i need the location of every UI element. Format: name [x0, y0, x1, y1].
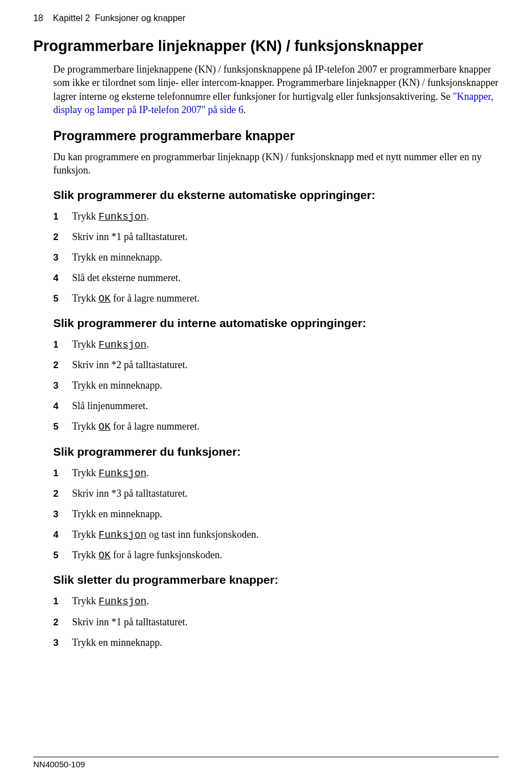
heading-3: Slik sletter du programmerbare knapper: [53, 573, 499, 587]
step-text: Trykk Funksjon. [72, 338, 149, 351]
step-list: 1Trykk Funksjon.2Skriv inn *3 på talltas… [53, 466, 499, 563]
step-number: 1 [53, 211, 72, 223]
step-number: 3 [53, 637, 72, 650]
chapter-title: Funksjoner og knapper [95, 13, 186, 23]
list-item: 4Trykk Funksjon og tast inn funksjonskod… [53, 528, 499, 542]
heading-1: Programmerbare linjeknapper (KN) / funks… [33, 38, 499, 55]
step-text: Trykk en minneknapp. [72, 379, 162, 392]
list-item: 4Slå det eksterne nummeret. [53, 271, 499, 285]
step-text: Skriv inn *1 på talltastaturet. [72, 615, 187, 629]
step-number: 4 [53, 272, 72, 285]
step-text: Slå det eksterne nummeret. [72, 271, 181, 284]
step-number: 2 [53, 488, 72, 501]
heading-2: Programmere programmerbare knapper [53, 129, 499, 144]
list-item: 2Skriv inn *1 på talltastaturet. [53, 615, 499, 629]
heading-3: Slik programmerer du eksterne automatisk… [53, 188, 499, 202]
step-text: Trykk Funksjon. [72, 466, 149, 480]
list-item: 2Skriv inn *1 på talltastaturet. [53, 230, 499, 244]
step-number: 3 [53, 252, 72, 264]
list-item: 3Trykk en minneknapp. [53, 507, 499, 521]
list-item: 1Trykk Funksjon. [53, 466, 499, 480]
intro-text-2: . [243, 104, 246, 115]
step-number: 1 [53, 467, 72, 480]
step-text: Trykk en minneknapp. [72, 507, 162, 521]
softkey-label: Funksjon [99, 596, 146, 607]
step-number: 4 [53, 529, 72, 542]
list-item: 2Skriv inn *2 på talltastaturet. [53, 358, 499, 372]
list-item: 5Trykk OK for å lagre nummeret. [53, 292, 499, 305]
softkey-label: OK [99, 550, 111, 561]
list-item: 1Trykk Funksjon. [53, 210, 499, 223]
step-list: 1Trykk Funksjon.2Skriv inn *1 på talltas… [53, 594, 499, 649]
step-number: 5 [53, 421, 72, 434]
step-text: Trykk en minneknapp. [72, 251, 162, 264]
list-item: 5Trykk OK for å lagre funksjonskoden. [53, 548, 499, 562]
step-number: 4 [53, 400, 72, 413]
softkey-label: Funksjon [99, 468, 146, 479]
page-footer: NN40050-109 [33, 757, 499, 769]
subsection-paragraph: Du kan programmere en programmerbar linj… [53, 150, 499, 177]
list-item: 3Trykk en minneknapp. [53, 251, 499, 264]
softkey-label: OK [99, 421, 111, 432]
step-list: 1Trykk Funksjon.2Skriv inn *1 på talltas… [53, 210, 499, 305]
chapter-label: Kapittel 2 [53, 13, 90, 23]
step-number: 1 [53, 339, 72, 351]
page-number: 18 [33, 13, 43, 23]
softkey-label: Funksjon [99, 529, 146, 541]
step-text: Trykk OK for å lagre nummeret. [72, 292, 200, 305]
intro-paragraph: De programmerbare linjeknappene (KN) / f… [53, 63, 499, 116]
step-text: Trykk Funksjon. [72, 594, 149, 608]
heading-3: Slik programmerer du funksjoner: [53, 445, 499, 458]
list-item: 3Trykk en minneknapp. [53, 636, 499, 650]
list-item: 3Trykk en minneknapp. [53, 379, 499, 392]
list-item: 1Trykk Funksjon. [53, 594, 499, 608]
step-number: 2 [53, 231, 72, 244]
softkey-label: Funksjon [99, 339, 146, 350]
step-number: 2 [53, 616, 72, 629]
list-item: 1Trykk Funksjon. [53, 338, 499, 351]
step-text: Trykk Funksjon og tast inn funksjonskode… [72, 528, 259, 542]
step-text: Trykk OK for å lagre nummeret. [72, 420, 200, 434]
step-text: Skriv inn *1 på talltastaturet. [72, 230, 187, 243]
step-text: Skriv inn *3 på talltastaturet. [72, 487, 187, 500]
step-number: 2 [53, 359, 72, 372]
sections-container: Slik programmerer du eksterne automatisk… [33, 188, 499, 650]
step-text: Trykk Funksjon. [72, 210, 149, 223]
step-list: 1Trykk Funksjon.2Skriv inn *2 på talltas… [53, 338, 499, 434]
list-item: 5Trykk OK for å lagre nummeret. [53, 420, 499, 434]
list-item: 2Skriv inn *3 på talltastaturet. [53, 487, 499, 501]
list-item: 4Slå linjenummeret. [53, 399, 499, 413]
step-number: 1 [53, 595, 72, 608]
softkey-label: Funksjon [99, 211, 146, 222]
step-text: Trykk en minneknapp. [72, 636, 162, 649]
step-text: Skriv inn *2 på talltastaturet. [72, 358, 187, 371]
step-number: 5 [53, 293, 72, 305]
step-text: Slå linjenummeret. [72, 399, 148, 412]
step-number: 3 [53, 380, 72, 392]
page-header: 18 Kapittel 2 Funksjoner og knapper [33, 13, 499, 23]
step-number: 3 [53, 508, 72, 521]
softkey-label: OK [99, 293, 111, 304]
heading-3: Slik programmerer du interne automatiske… [53, 317, 499, 330]
step-text: Trykk OK for å lagre funksjonskoden. [72, 548, 222, 562]
document-id: NN40050-109 [33, 759, 85, 769]
intro-text-1: De programmerbare linjeknappene (KN) / f… [53, 64, 498, 102]
step-number: 5 [53, 549, 72, 562]
